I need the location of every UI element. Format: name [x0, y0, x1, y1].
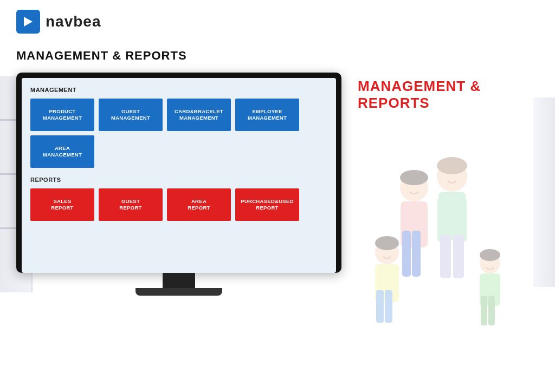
reports-section-label: REPORTS: [30, 177, 327, 183]
header: navbea: [0, 0, 555, 43]
product-management-label: PRODUCTMANAGEMENT: [43, 108, 82, 122]
employee-management-label: EMPLOYEEMANAGEMENT: [248, 108, 287, 122]
svg-point-17: [375, 236, 399, 250]
guest-report-button[interactable]: GUESTREPORT: [99, 188, 163, 221]
area-report-label: AREAREPORT: [188, 198, 210, 212]
sales-report-label: SALESREPORT: [51, 198, 73, 212]
purchased-used-report-label: PURCHASED&USEDREPORT: [241, 198, 294, 212]
svg-rect-11: [412, 231, 421, 277]
monitor-wrapper: MANAGEMENT PRODUCTMANAGEMENT GUESTMANAGE…: [16, 73, 341, 296]
purchased-used-report-button[interactable]: PURCHASED&USEDREPORT: [235, 188, 299, 221]
guest-management-button[interactable]: GUESTMANAGEMENT: [99, 99, 163, 131]
logo-text: navbea: [46, 13, 101, 30]
product-management-button[interactable]: PRODUCTMANAGEMENT: [30, 99, 94, 131]
card-bracelet-management-label: CARD&BRACELETMANAGEMENT: [175, 108, 223, 122]
reports-buttons-grid: SALESREPORT GUESTREPORT AREAREPORT PURCH…: [30, 188, 327, 221]
guest-management-label: GUESTMANAGEMENT: [111, 108, 150, 122]
svg-point-22: [480, 249, 500, 261]
monitor-stand-base: [135, 288, 222, 296]
monitor-stand-neck: [163, 273, 195, 288]
svg-rect-15: [376, 290, 384, 323]
management-buttons-grid: PRODUCTMANAGEMENT GUESTMANAGEMENT CARD&B…: [30, 99, 327, 168]
sales-report-button[interactable]: SALESREPORT: [30, 188, 94, 221]
svg-rect-10: [402, 231, 411, 277]
main-content: MANAGEMENT PRODUCTMANAGEMENT GUESTMANAGE…: [0, 73, 555, 296]
management-section-label: MANAGEMENT: [30, 87, 327, 93]
area-management-label: AREAMANAGEMENT: [43, 145, 82, 159]
page-title: MANAGEMENT & REPORTS: [0, 43, 555, 73]
svg-rect-16: [385, 290, 392, 323]
svg-rect-5: [440, 235, 451, 278]
svg-marker-0: [24, 17, 33, 27]
area-management-button[interactable]: AREAMANAGEMENT: [30, 135, 94, 168]
svg-point-12: [400, 170, 428, 185]
logo-icon: [21, 15, 35, 29]
svg-rect-20: [481, 296, 487, 325]
card-bracelet-management-button[interactable]: CARD&BRACELETMANAGEMENT: [167, 99, 231, 131]
logo-icon-box: [16, 10, 40, 34]
right-panel: MANAGEMENT & REPORTS: [358, 73, 539, 296]
guest-report-label: GUESTREPORT: [119, 198, 141, 212]
svg-rect-6: [453, 235, 464, 278]
monitor-frame: MANAGEMENT PRODUCTMANAGEMENT GUESTMANAGE…: [16, 73, 341, 273]
family-illustration: [344, 144, 522, 350]
area-report-button[interactable]: AREAREPORT: [167, 188, 231, 221]
employee-management-button[interactable]: EMPLOYEEMANAGEMENT: [235, 99, 299, 131]
right-panel-title: MANAGEMENT & REPORTS: [358, 78, 539, 112]
monitor-screen: MANAGEMENT PRODUCTMANAGEMENT GUESTMANAGE…: [22, 78, 336, 273]
svg-point-7: [437, 157, 467, 174]
svg-rect-21: [488, 296, 495, 325]
